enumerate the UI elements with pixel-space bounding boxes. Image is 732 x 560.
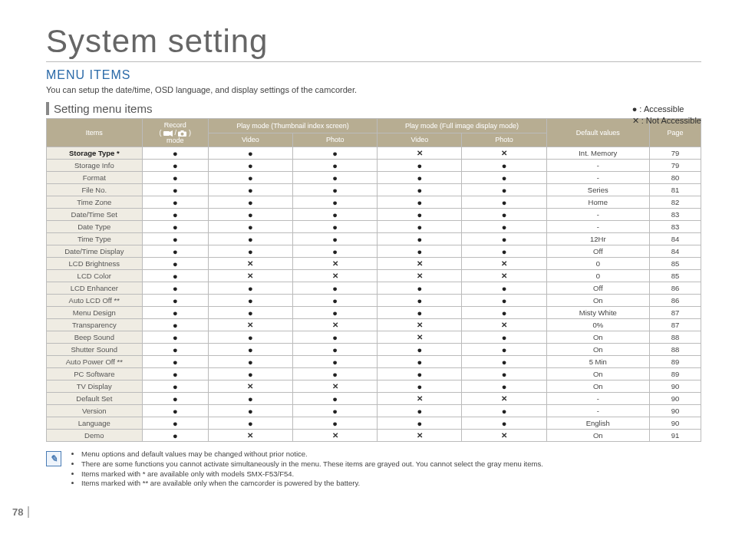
default-value: Home — [546, 196, 649, 209]
default-value: On — [546, 344, 649, 356]
row-item-name: Storage Type * — [47, 147, 143, 160]
accessible-mark: ● — [142, 258, 208, 270]
accessible-mark: ● — [378, 209, 462, 221]
row-item-name: LCD Brightness — [47, 258, 143, 270]
default-value: Series — [546, 184, 649, 196]
accessible-mark: ● — [378, 405, 462, 417]
accessible-mark: ● — [142, 380, 208, 393]
page-number: 78 — [12, 506, 29, 518]
table-row: Auto LCD Off **●●●●●On86 — [47, 295, 701, 307]
accessible-mark: ● — [142, 344, 208, 356]
page-ref: 81 — [649, 184, 701, 196]
default-value: - — [546, 405, 649, 417]
accessible-mark: ● — [142, 393, 208, 405]
svg-rect-3 — [181, 130, 184, 132]
table-row: LCD Brightness●✕✕✕✕085 — [47, 258, 701, 270]
accessible-mark: ● — [293, 233, 378, 245]
accessible-mark: ● — [293, 245, 378, 258]
accessible-mark: ● — [293, 405, 378, 417]
default-value: On — [546, 331, 649, 344]
table-row: Format●●●●●-80 — [47, 172, 701, 184]
row-item-name: Time Zone — [47, 196, 143, 209]
accessible-mark: ● — [208, 221, 292, 233]
default-value: Off — [546, 245, 649, 258]
note-item: Menu options and default values may be c… — [81, 450, 543, 460]
not-accessible-mark: ✕ — [378, 331, 462, 344]
accessible-mark: ● — [208, 344, 292, 356]
default-value: 0 — [546, 258, 649, 270]
table-row: Demo●✕✕✕✕On91 — [47, 430, 701, 442]
accessible-mark: ● — [142, 319, 208, 331]
th-thumb-video: Video — [208, 133, 292, 147]
svg-point-4 — [181, 132, 184, 135]
page-ref: 83 — [649, 209, 701, 221]
accessible-mark: ● — [142, 356, 208, 368]
accessible-mark: ● — [462, 282, 546, 295]
row-item-name: Default Set — [47, 393, 143, 405]
accessible-mark: ● — [293, 393, 378, 405]
accessible-mark: ● — [378, 172, 462, 184]
row-item-name: Transparency — [47, 319, 143, 331]
camcorder-icon — [163, 130, 173, 137]
accessible-mark: ● — [462, 307, 546, 319]
table-row: File No.●●●●●Series81 — [47, 184, 701, 196]
table-row: Auto Power Off **●●●●●5 Min89 — [47, 356, 701, 368]
svg-marker-1 — [170, 130, 173, 137]
row-item-name: Beep Sound — [47, 331, 143, 344]
row-item-name: Auto Power Off ** — [47, 356, 143, 368]
default-value: 0 — [546, 270, 649, 282]
accessible-mark: ● — [208, 196, 292, 209]
table-row: Storage Type *●●●✕✕Int. Memory79 — [47, 147, 701, 160]
not-accessible-mark: ✕ — [293, 258, 378, 270]
page-ref: 79 — [649, 160, 701, 172]
accessible-mark: ● — [378, 356, 462, 368]
not-accessible-mark: ✕ — [293, 430, 378, 442]
not-accessible-mark: ✕ — [378, 319, 462, 331]
accessible-mark: ● — [378, 295, 462, 307]
not-accessible-mark: ✕ — [208, 258, 292, 270]
row-item-name: Version — [47, 405, 143, 417]
table-row: Time Zone●●●●●Home82 — [47, 196, 701, 209]
accessible-mark: ● — [293, 282, 378, 295]
page-ref: 82 — [649, 196, 701, 209]
section-heading: MENU ITEMS — [46, 68, 701, 82]
table-row: Date/Time Display●●●●●Off84 — [47, 245, 701, 258]
accessible-mark: ● — [462, 356, 546, 368]
th-items: Items — [47, 119, 143, 147]
table-row: Version●●●●●-90 — [47, 405, 701, 417]
default-value: On — [546, 430, 649, 442]
accessible-mark: ● — [293, 184, 378, 196]
accessible-mark: ● — [293, 196, 378, 209]
accessible-mark: ● — [462, 209, 546, 221]
page-ref: 90 — [649, 417, 701, 430]
default-value: On — [546, 368, 649, 380]
accessible-mark: ● — [378, 417, 462, 430]
table-row: PC Software●●●●●On89 — [47, 368, 701, 380]
page-ref: 90 — [649, 405, 701, 417]
accessible-mark: ● — [378, 307, 462, 319]
accessible-mark: ● — [378, 221, 462, 233]
accessible-mark: ● — [462, 295, 546, 307]
accessible-mark: ● — [378, 245, 462, 258]
row-item-name: TV Display — [47, 380, 143, 393]
not-accessible-mark: ✕ — [378, 147, 462, 160]
page-ref: 91 — [649, 430, 701, 442]
accessible-mark: ● — [293, 307, 378, 319]
legend-not-accessible: ✕ : Not Accessible — [632, 115, 701, 127]
accessible-mark: ● — [142, 184, 208, 196]
note-item: Items marked with * are available only w… — [81, 469, 543, 479]
row-item-name: Language — [47, 417, 143, 430]
accessible-mark: ● — [208, 233, 292, 245]
row-item-name: File No. — [47, 184, 143, 196]
not-accessible-mark: ✕ — [462, 430, 546, 442]
not-accessible-mark: ✕ — [378, 258, 462, 270]
note-icon: ✎ — [46, 451, 61, 466]
not-accessible-mark: ✕ — [293, 319, 378, 331]
accessible-mark: ● — [462, 331, 546, 344]
row-item-name: Shutter Sound — [47, 344, 143, 356]
accessible-mark: ● — [462, 344, 546, 356]
table-row: LCD Enhancer●●●●●Off86 — [47, 282, 701, 295]
accessible-mark: ● — [462, 405, 546, 417]
accessible-mark: ● — [142, 417, 208, 430]
accessible-mark: ● — [378, 184, 462, 196]
